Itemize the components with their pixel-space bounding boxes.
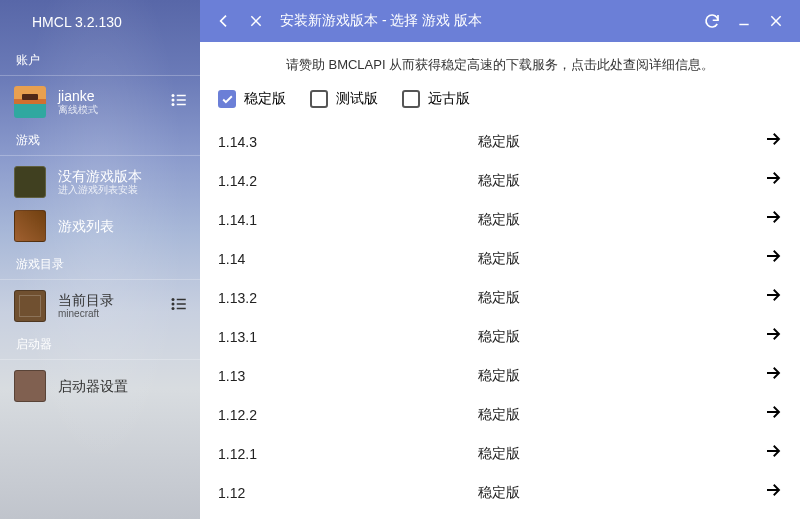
version-list[interactable]: 1.14.3稳定版1.14.2稳定版1.14.1稳定版1.14稳定版1.13.2…: [200, 122, 800, 519]
currentdir-sub: minecraft: [58, 308, 170, 320]
version-row[interactable]: 1.12.1稳定版: [200, 434, 800, 473]
sponsor-banner[interactable]: 请赞助 BMCLAPI 从而获得稳定高速的下载服务，点击此处查阅详细信息。: [200, 42, 800, 90]
filter-test-label: 测试版: [336, 90, 378, 108]
version-type: 稳定版: [478, 406, 764, 424]
arrow-right-icon: [764, 208, 782, 231]
filter-row: 稳定版 测试版 远古版: [200, 90, 800, 122]
list-icon[interactable]: [170, 295, 188, 317]
filter-stable[interactable]: 稳定版: [218, 90, 286, 108]
sidebar-item-settings[interactable]: 启动器设置: [0, 364, 200, 408]
arrow-right-icon: [764, 364, 782, 387]
sidebar-item-noversion[interactable]: 没有游戏版本 进入游戏列表安装: [0, 160, 200, 204]
checkbox-unchecked-icon: [402, 90, 420, 108]
close-page-button[interactable]: [242, 7, 270, 35]
checkbox-unchecked-icon: [310, 90, 328, 108]
version-type: 稳定版: [478, 289, 764, 307]
currentdir-text: 当前目录 minecraft: [58, 292, 170, 321]
topbar: 安装新游戏版本 - 选择 游戏 版本: [200, 0, 800, 42]
version-type: 稳定版: [478, 211, 764, 229]
gamelist-text: 游戏列表: [58, 218, 188, 235]
filter-test[interactable]: 测试版: [310, 90, 378, 108]
version-type: 稳定版: [478, 172, 764, 190]
sidebar-item-currentdir[interactable]: 当前目录 minecraft: [0, 284, 200, 328]
version-name: 1.13.2: [218, 290, 478, 306]
arrow-right-icon: [764, 130, 782, 153]
version-type: 稳定版: [478, 484, 764, 502]
version-row[interactable]: 1.12稳定版: [200, 473, 800, 512]
command-block-icon: [14, 370, 46, 402]
arrow-right-icon: [764, 403, 782, 426]
version-name: 1.14: [218, 251, 478, 267]
main-panel: 安装新游戏版本 - 选择 游戏 版本 请赞助 BMCLAPI 从而获得稳定高速的…: [200, 0, 800, 519]
version-name: 1.12.2: [218, 407, 478, 423]
noversion-title: 没有游戏版本: [58, 168, 188, 185]
avatar-icon: [14, 86, 46, 118]
noversion-text: 没有游戏版本 进入游戏列表安装: [58, 168, 188, 197]
svg-rect-5: [177, 104, 186, 106]
version-row[interactable]: 1.12.2稳定版: [200, 395, 800, 434]
version-name: 1.14.3: [218, 134, 478, 150]
version-row[interactable]: 1.14稳定版: [200, 239, 800, 278]
sidebar-item-account[interactable]: jianke 离线模式: [0, 80, 200, 124]
refresh-button[interactable]: [698, 7, 726, 35]
svg-point-2: [172, 99, 175, 102]
app-title: HMCL 3.2.130: [0, 0, 200, 44]
svg-point-8: [172, 303, 175, 306]
account-text: jianke 离线模式: [58, 88, 170, 117]
version-type: 稳定版: [478, 328, 764, 346]
filter-ancient[interactable]: 远古版: [402, 90, 470, 108]
version-name: 1.13.1: [218, 329, 478, 345]
svg-point-10: [172, 307, 175, 310]
section-gamedir: 游戏目录: [0, 248, 200, 280]
currentdir-title: 当前目录: [58, 292, 170, 309]
filter-ancient-label: 远古版: [428, 90, 470, 108]
version-row[interactable]: 1.14.3稳定版: [200, 122, 800, 161]
checkbox-checked-icon: [218, 90, 236, 108]
arrow-right-icon: [764, 481, 782, 504]
sidebar: HMCL 3.2.130 账户 jianke 离线模式 游戏 没有游戏版本 进入…: [0, 0, 200, 519]
version-row[interactable]: 1.14.2稳定版: [200, 161, 800, 200]
version-row[interactable]: 1.13稳定版: [200, 356, 800, 395]
version-row[interactable]: 1.13.1稳定版: [200, 317, 800, 356]
section-account: 账户: [0, 44, 200, 76]
version-type: 稳定版: [478, 367, 764, 385]
list-icon[interactable]: [170, 91, 188, 113]
version-name: 1.12.1: [218, 446, 478, 462]
version-type: 稳定版: [478, 250, 764, 268]
page-title: 安装新游戏版本 - 选择 游戏 版本: [274, 12, 694, 30]
noversion-sub: 进入游戏列表安装: [58, 184, 188, 196]
version-type: 稳定版: [478, 133, 764, 151]
svg-rect-3: [177, 99, 186, 101]
close-window-button[interactable]: [762, 7, 790, 35]
account-name: jianke: [58, 88, 170, 105]
arrow-right-icon: [764, 286, 782, 309]
svg-rect-1: [177, 95, 186, 97]
version-row[interactable]: 1.14.1稳定版: [200, 200, 800, 239]
minimize-button[interactable]: [730, 7, 758, 35]
svg-rect-9: [177, 303, 186, 305]
gamelist-title: 游戏列表: [58, 218, 188, 235]
arrow-right-icon: [764, 247, 782, 270]
filter-stable-label: 稳定版: [244, 90, 286, 108]
section-launcher: 启动器: [0, 328, 200, 360]
sidebar-item-gamelist[interactable]: 游戏列表: [0, 204, 200, 248]
version-name: 1.14.1: [218, 212, 478, 228]
svg-point-4: [172, 103, 175, 106]
grass-block-icon: [14, 166, 46, 198]
version-row[interactable]: 1.13.2稳定版: [200, 278, 800, 317]
arrow-right-icon: [764, 442, 782, 465]
version-name: 1.14.2: [218, 173, 478, 189]
svg-rect-7: [177, 299, 186, 301]
crafting-table-icon: [14, 290, 46, 322]
version-row[interactable]: 1.11.2稳定版: [200, 512, 800, 519]
settings-text: 启动器设置: [58, 378, 188, 395]
settings-title: 启动器设置: [58, 378, 188, 395]
arrow-right-icon: [764, 325, 782, 348]
back-button[interactable]: [210, 7, 238, 35]
bookshelf-icon: [14, 210, 46, 242]
section-game: 游戏: [0, 124, 200, 156]
version-type: 稳定版: [478, 445, 764, 463]
svg-point-6: [172, 298, 175, 301]
account-mode: 离线模式: [58, 104, 170, 116]
version-name: 1.12: [218, 485, 478, 501]
